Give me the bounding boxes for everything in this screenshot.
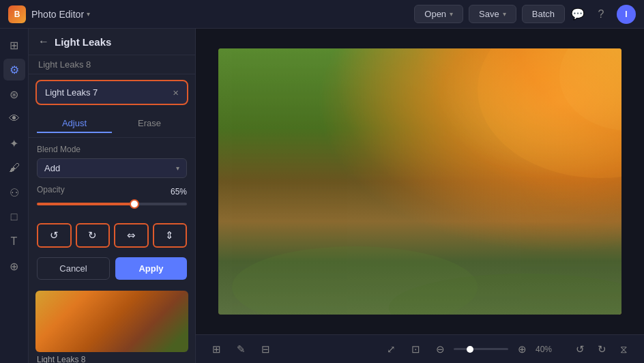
- user-avatar[interactable]: I: [617, 5, 636, 24]
- canvas-area: ⊞ ✎ ⊟ ⤢ ⊡ ⊖ ⊕ 40% ↺ ↻ ⧖: [196, 29, 644, 363]
- zoom-value: 40%: [536, 345, 559, 354]
- opacity-slider[interactable]: [37, 203, 187, 205]
- blend-mode-section: Blend Mode Add ▾: [29, 138, 195, 185]
- zoom-slider-thumb[interactable]: [467, 346, 473, 353]
- canvas-image: [218, 48, 621, 315]
- back-button[interactable]: ←: [38, 35, 49, 48]
- layers-icon-button[interactable]: ⊞: [207, 340, 226, 359]
- sidebar-filter-icon[interactable]: ⊛: [3, 83, 25, 105]
- zoom-slider[interactable]: [454, 348, 508, 350]
- edit-icon-button[interactable]: ✎: [231, 340, 250, 359]
- flip-horizontal-button[interactable]: ⇔: [114, 223, 149, 248]
- expand-icon-button[interactable]: ⤢: [381, 340, 400, 359]
- sidebar-people-icon[interactable]: ⚇: [3, 182, 25, 203]
- main-layout: ⊞ ⚙ ⊛ 👁 ✦ 🖌 ⚇ □ T ⊕ ← Light Leaks Light …: [0, 29, 644, 363]
- batch-button[interactable]: Batch: [522, 5, 565, 23]
- thumbnail-label-8: Light Leaks 8: [35, 355, 188, 363]
- list-item[interactable]: Light Leaks 8: [35, 291, 188, 363]
- active-preset-name: Light Leaks 7: [45, 87, 98, 98]
- action-row: Cancel Apply: [29, 255, 195, 287]
- panel: ← Light Leaks Light Leaks 8 Light Leaks …: [29, 29, 196, 363]
- topbar: B Photo Editor ▾ Open ▾ Save ▾ Batch 💬 ?…: [0, 0, 644, 29]
- scene-details: [218, 48, 621, 315]
- transform-buttons: ↺ ↻ ⇔ ⇕: [29, 220, 195, 255]
- opacity-section: Opacity 65%: [29, 185, 195, 220]
- thumbnail-list: Light Leaks 8 Light Leaks 9: [29, 287, 195, 363]
- redo-button[interactable]: ↻: [592, 340, 611, 359]
- sidebar-brush-icon[interactable]: 🖌: [3, 157, 25, 179]
- sidebar-text-icon[interactable]: T: [3, 231, 25, 252]
- undo-button[interactable]: ↺: [570, 340, 589, 359]
- sidebar-shape-icon[interactable]: □: [3, 206, 25, 228]
- sidebar-sticker-icon[interactable]: ⊕: [3, 255, 25, 277]
- save-button[interactable]: Save ▾: [469, 5, 516, 23]
- prev-preset-item[interactable]: Light Leaks 8: [29, 55, 195, 74]
- panel-tabs: Adjust Erase: [29, 111, 195, 138]
- tab-adjust[interactable]: Adjust: [37, 115, 112, 133]
- canvas-viewport[interactable]: [196, 29, 644, 334]
- icon-sidebar: ⊞ ⚙ ⊛ 👁 ✦ 🖌 ⚇ □ T ⊕: [0, 29, 29, 363]
- zoom-controls: ⊖ ⊕ 40%: [430, 340, 559, 359]
- sidebar-magic-icon[interactable]: ✦: [3, 132, 25, 154]
- opacity-label: Opacity: [37, 185, 65, 194]
- close-preset-button[interactable]: ×: [173, 87, 179, 98]
- blend-mode-select[interactable]: Add ▾: [37, 158, 187, 178]
- crop-icon-button[interactable]: ⊡: [406, 340, 425, 359]
- app-name: Photo Editor: [31, 9, 84, 20]
- zoom-out-button[interactable]: ⊖: [430, 340, 450, 359]
- sidebar-adjust-icon[interactable]: ⚙: [3, 59, 25, 81]
- panel-title: Light Leaks: [55, 36, 111, 48]
- panel-header: ← Light Leaks: [29, 29, 195, 55]
- app-logo: B: [8, 5, 26, 23]
- bottombar: ⊞ ✎ ⊟ ⤢ ⊡ ⊖ ⊕ 40% ↺ ↻ ⧖: [196, 334, 644, 363]
- sidebar-eye-icon[interactable]: 👁: [3, 108, 25, 130]
- open-button[interactable]: Open ▾: [414, 5, 463, 23]
- app-menu-chevron[interactable]: ▾: [87, 10, 90, 18]
- sidebar-home-icon[interactable]: ⊞: [3, 34, 25, 56]
- opacity-value: 65%: [171, 187, 187, 197]
- flip-vertical-button[interactable]: ⇕: [153, 223, 188, 248]
- tab-erase[interactable]: Erase: [112, 115, 187, 133]
- apply-button[interactable]: Apply: [115, 257, 187, 280]
- blend-mode-label: Blend Mode: [37, 145, 187, 154]
- history-controls: ↺ ↻ ⧖: [570, 340, 633, 359]
- chat-icon-button[interactable]: 💬: [568, 4, 588, 25]
- rotate-right-button[interactable]: ↻: [76, 223, 111, 248]
- opacity-slider-thumb[interactable]: [130, 199, 139, 209]
- rotate-left-button[interactable]: ↺: [37, 223, 72, 248]
- cancel-button[interactable]: Cancel: [37, 257, 110, 280]
- history-button[interactable]: ⧖: [614, 340, 633, 359]
- help-icon-button[interactable]: ?: [591, 4, 611, 25]
- thumbnail-image-8: [35, 291, 188, 352]
- grid-icon-button[interactable]: ⊟: [256, 340, 275, 359]
- zoom-in-button[interactable]: ⊕: [512, 340, 531, 359]
- active-preset-card: Light Leaks 7 ×: [35, 80, 188, 105]
